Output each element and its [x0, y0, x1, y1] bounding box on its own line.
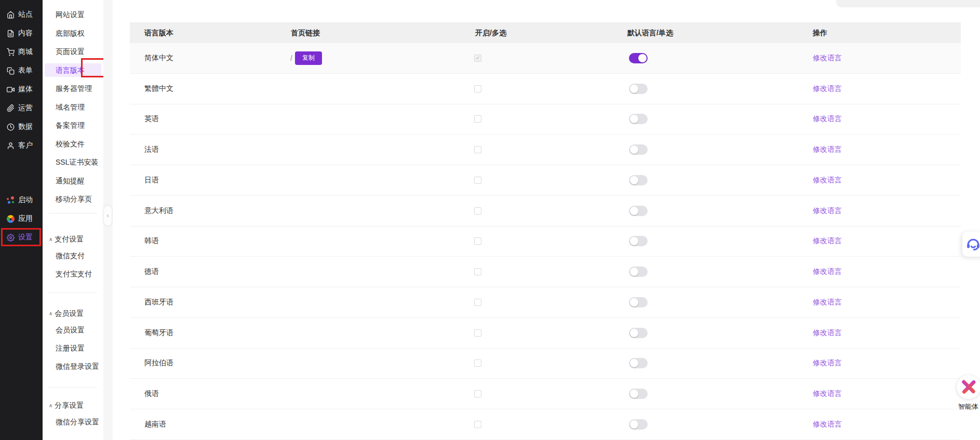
submenu-item-2[interactable]: 底部版权: [56, 26, 85, 40]
sidebar-item-label: 内容: [18, 29, 33, 38]
enable-checkbox[interactable]: [474, 268, 481, 275]
default-language-toggle[interactable]: [629, 144, 648, 155]
primary-sidebar: 站点内容商城表单媒体运营数据客户 启动应用设置: [0, 0, 43, 440]
submenu-item-会员设置-1[interactable]: 会员设置: [56, 323, 85, 337]
table-row: 德语修改语言: [130, 257, 961, 287]
default-language-toggle[interactable]: [629, 236, 648, 246]
submenu-item-6[interactable]: 域名管理: [56, 100, 85, 114]
table-row: 西班牙语修改语言: [130, 287, 961, 318]
sidebar-item-7[interactable]: 数据: [7, 120, 33, 134]
sidebar-item-1[interactable]: 站点: [7, 8, 33, 21]
table-row: 阿拉伯语修改语言: [130, 349, 961, 379]
enable-checkbox[interactable]: [474, 237, 481, 245]
enable-checkbox[interactable]: [474, 85, 481, 92]
default-language-toggle[interactable]: [629, 53, 648, 63]
sidebar-item-apps-wheel[interactable]: 应用: [7, 212, 33, 225]
sidebar-item-6[interactable]: 运营: [7, 101, 33, 115]
language-name: 越南语: [144, 420, 166, 429]
submenu-item-支付设置-1[interactable]: 微信支付: [56, 249, 85, 262]
sidebar-item-launch-dots[interactable]: 启动: [7, 193, 33, 207]
language-table: 语言版本首页链接开启/多选默认语言/单选操作 简体中文/复制修改语言繁體中文修改…: [130, 22, 961, 440]
main-content: 语言版本首页链接开启/多选默认语言/单选操作 简体中文/复制修改语言繁體中文修改…: [113, 0, 980, 440]
default-language-toggle[interactable]: [629, 419, 648, 430]
chevron-up-icon: ∧: [49, 399, 52, 412]
enable-checkbox[interactable]: [474, 299, 481, 306]
submenu-item-10[interactable]: 通知提醒: [56, 174, 85, 188]
edit-language-link[interactable]: 修改语言: [813, 236, 842, 246]
default-language-toggle[interactable]: [629, 297, 648, 308]
sidebar-item-label: 表单: [18, 66, 33, 75]
edit-language-link[interactable]: 修改语言: [813, 176, 842, 185]
submenu-group-2[interactable]: ∧会员设置: [49, 306, 84, 320]
default-language-toggle[interactable]: [629, 175, 648, 185]
submenu-item-3[interactable]: 页面设置: [56, 45, 85, 58]
enable-checkbox[interactable]: [474, 55, 481, 62]
edit-language-link[interactable]: 修改语言: [813, 54, 842, 63]
enable-checkbox[interactable]: [474, 115, 481, 123]
edit-language-link[interactable]: 修改语言: [813, 145, 842, 154]
table-row: 韩语修改语言: [130, 226, 961, 257]
sidebar-gutter: ‹: [103, 0, 113, 440]
submenu-item-分享设置-1[interactable]: 微信分享设置: [56, 415, 99, 429]
edit-language-link[interactable]: 修改语言: [813, 328, 842, 338]
sidebar-item-label: 启动: [18, 195, 33, 205]
sidebar-item-label: 商城: [18, 47, 33, 57]
sidebar-item-gear[interactable]: 设置: [7, 231, 33, 244]
default-language-toggle[interactable]: [629, 206, 648, 216]
enable-checkbox[interactable]: [474, 207, 481, 215]
enable-checkbox[interactable]: [474, 421, 481, 428]
enable-checkbox[interactable]: [474, 359, 481, 367]
edit-language-link[interactable]: 修改语言: [813, 358, 842, 368]
launch-dots-icon: [7, 196, 15, 204]
edit-language-link[interactable]: 修改语言: [813, 298, 842, 307]
sidebar-item-label: 应用: [18, 214, 33, 223]
edit-language-link[interactable]: 修改语言: [813, 267, 842, 276]
user-icon: [7, 142, 15, 150]
sidebar-item-2[interactable]: 内容: [7, 26, 33, 40]
copy-button[interactable]: 复制: [295, 51, 322, 65]
sidebar-item-4[interactable]: 表单: [7, 64, 33, 77]
table-row: 法语修改语言: [130, 135, 961, 165]
paperclip-icon: [7, 104, 15, 112]
enable-checkbox[interactable]: [474, 146, 481, 153]
column-header-4: 默认语言/单选: [627, 22, 673, 43]
default-language-toggle[interactable]: [629, 328, 648, 338]
enable-checkbox[interactable]: [474, 329, 481, 337]
sidebar-item-5[interactable]: 媒体: [7, 83, 33, 96]
edit-language-link[interactable]: 修改语言: [813, 206, 842, 216]
sidebar-item-label: 站点: [18, 10, 33, 19]
submenu-item-会员设置-2[interactable]: 注册设置: [56, 341, 85, 355]
submenu-item-5[interactable]: 服务器管理: [56, 82, 92, 95]
default-language-toggle[interactable]: [629, 114, 648, 124]
form-icon: [7, 67, 15, 75]
submenu-item-9[interactable]: SSL证书安装: [56, 155, 98, 169]
default-language-toggle[interactable]: [629, 84, 648, 94]
customer-service-widget[interactable]: [962, 232, 980, 257]
default-language-toggle[interactable]: [629, 389, 648, 399]
language-name: 繁體中文: [144, 84, 173, 94]
language-name: 韩语: [144, 236, 159, 246]
submenu-item-4[interactable]: 语言版本: [45, 63, 101, 77]
table-row: 俄语修改语言: [130, 379, 961, 409]
language-name: 俄语: [144, 389, 159, 398]
submenu-item-支付设置-2[interactable]: 支付宝支付: [56, 267, 92, 281]
edit-language-link[interactable]: 修改语言: [813, 114, 842, 124]
edit-language-link[interactable]: 修改语言: [813, 389, 842, 398]
submenu-item-8[interactable]: 校验文件: [56, 137, 85, 151]
language-name: 德语: [144, 267, 159, 276]
sidebar-item-3[interactable]: 商城: [7, 45, 33, 59]
submenu-item-11[interactable]: 移动分享页: [56, 192, 92, 206]
edit-language-link[interactable]: 修改语言: [813, 84, 842, 94]
collapse-sidebar-handle[interactable]: ‹: [104, 206, 112, 225]
submenu-item-1[interactable]: 网站设置: [56, 8, 85, 21]
submenu-group-3[interactable]: ∧分享设置: [49, 398, 84, 412]
enable-checkbox[interactable]: [474, 177, 481, 184]
enable-checkbox[interactable]: [474, 390, 481, 397]
submenu-group-1[interactable]: ∧支付设置: [49, 232, 84, 246]
default-language-toggle[interactable]: [629, 358, 648, 368]
submenu-item-会员设置-3[interactable]: 微信登录设置: [56, 359, 99, 373]
default-language-toggle[interactable]: [629, 266, 648, 277]
submenu-item-7[interactable]: 备案管理: [56, 118, 85, 132]
sidebar-item-8[interactable]: 客户: [7, 139, 33, 152]
edit-language-link[interactable]: 修改语言: [813, 420, 842, 429]
